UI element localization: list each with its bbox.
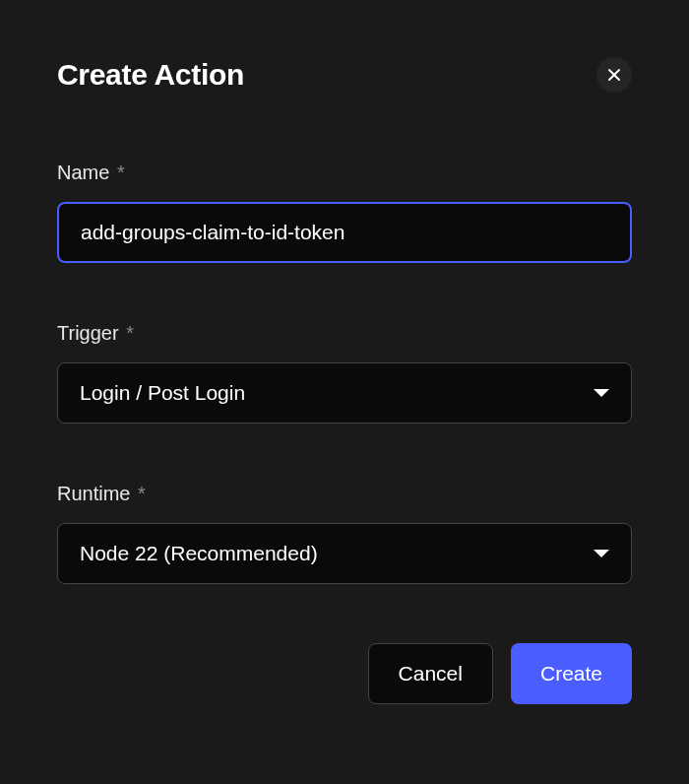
trigger-label: Trigger * [57, 322, 632, 345]
runtime-field-group: Runtime * Node 22 (Recommended) [57, 483, 632, 584]
name-input[interactable] [57, 202, 632, 263]
chevron-down-icon [594, 389, 609, 397]
required-mark: * [132, 483, 145, 504]
runtime-select-wrapper: Node 22 (Recommended) [57, 523, 632, 584]
trigger-select-wrapper: Login / Post Login [57, 362, 632, 424]
runtime-label: Runtime * [57, 483, 632, 505]
name-label: Name * [57, 162, 632, 184]
button-row: Cancel Create [57, 643, 632, 704]
runtime-select[interactable]: Node 22 (Recommended) [57, 523, 632, 584]
name-field-group: Name * [57, 162, 632, 263]
modal-title: Create Action [57, 58, 244, 92]
required-mark: * [111, 162, 124, 183]
required-mark: * [121, 322, 134, 344]
close-button[interactable] [596, 57, 632, 93]
trigger-field-group: Trigger * Login / Post Login [57, 322, 632, 424]
trigger-select-value: Login / Post Login [80, 381, 245, 405]
chevron-down-icon [594, 550, 609, 557]
trigger-select[interactable]: Login / Post Login [57, 362, 632, 424]
name-label-text: Name [57, 162, 109, 183]
runtime-label-text: Runtime [57, 483, 130, 504]
create-button[interactable]: Create [511, 643, 632, 704]
trigger-label-text: Trigger [57, 322, 119, 344]
close-icon [606, 67, 622, 83]
runtime-select-value: Node 22 (Recommended) [80, 542, 318, 565]
cancel-button[interactable]: Cancel [368, 643, 493, 704]
modal-header: Create Action [57, 57, 632, 93]
